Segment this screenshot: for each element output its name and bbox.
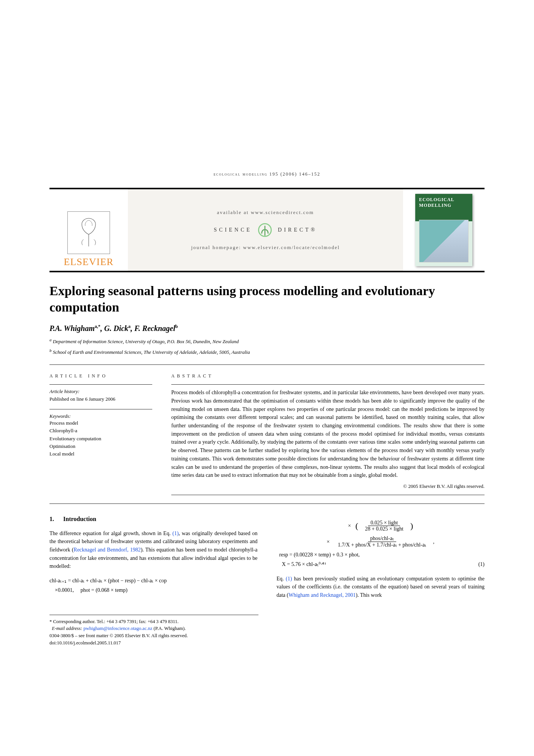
elsevier-tree-logo bbox=[67, 211, 110, 254]
keyword: Optimisation bbox=[49, 443, 152, 450]
sd-word-right: DIRECT® bbox=[278, 227, 317, 233]
keyword: Chlorophyll-a bbox=[49, 427, 152, 435]
eq-line: × ( 0.025 × light 28 + 0.025 × light ) bbox=[277, 518, 485, 534]
section-title: Introduction bbox=[63, 516, 96, 522]
email-label: E-mail address: bbox=[52, 626, 82, 631]
numerator: 0.025 × light bbox=[368, 520, 400, 526]
affiliation-a-text: Department of Information Science, Unive… bbox=[53, 339, 239, 344]
masthead: ELSEVIER available at www.sciencedirect.… bbox=[49, 188, 485, 272]
equation-ref-link[interactable]: (1) bbox=[286, 576, 292, 582]
divider bbox=[49, 364, 485, 365]
author-3-aff: b bbox=[175, 324, 178, 329]
keyword: Process model bbox=[49, 419, 152, 427]
affiliation-a: a Department of Information Science, Uni… bbox=[49, 337, 485, 345]
divider bbox=[49, 409, 152, 409]
author-2[interactable]: G. Dick bbox=[104, 324, 128, 332]
keyword: Local model bbox=[49, 450, 152, 458]
author-1[interactable]: P.A. Whigham bbox=[49, 324, 95, 332]
article-body: 1. Introduction The difference equation … bbox=[49, 515, 485, 605]
numerator: phos/chl-aₜ bbox=[368, 535, 396, 542]
keywords-list: Process model Chlorophyll-a Evolutionary… bbox=[49, 419, 152, 458]
eq-line: chl-aₜ₊₁ = chl-aₜ + chl-aₜ × (phot − res… bbox=[49, 576, 258, 585]
affiliation-b: b School of Earth and Environmental Scie… bbox=[49, 347, 485, 356]
equation-number: (1) bbox=[478, 559, 485, 569]
eq-line: X = 5.76 × chl-aₜ⁰·⁴¹ (1) bbox=[277, 559, 485, 569]
citation-link[interactable]: Whigham and Recknagel, 2001 bbox=[289, 592, 356, 598]
journal-cover-wrap: ECOLOGICAL MODELLING bbox=[403, 189, 485, 271]
text: phot = (0.068 × temp) bbox=[80, 587, 128, 593]
footnotes: * Corresponding author. Tel.: +64 3 479 … bbox=[49, 615, 258, 647]
publisher-block: ELSEVIER bbox=[49, 189, 128, 271]
email-line: E-mail address: pwhigham@infoscience.ota… bbox=[49, 625, 258, 632]
divider bbox=[171, 495, 485, 495]
abstract-block: ABSTRACT Process models of chlorophyll-a… bbox=[171, 373, 485, 495]
text: X = 5.76 × chl-aₜ⁰·⁴¹ bbox=[282, 561, 326, 567]
sciencedirect-logo[interactable]: SCIENCE DIRECT® bbox=[214, 221, 317, 239]
publisher-name: ELSEVIER bbox=[64, 256, 114, 268]
author-3[interactable]: F. Recknagel bbox=[134, 324, 175, 332]
text: resp = (0.00228 × temp) + 0.3 × phot, bbox=[279, 552, 360, 558]
eq-line: resp = (0.00228 × temp) + 0.3 × phot, bbox=[277, 550, 485, 559]
keyword: Evolutionary computation bbox=[49, 435, 152, 443]
eq-line: × phos/chl-aₜ 1.7/X + phos/X + 1.7/chl-a… bbox=[277, 535, 485, 548]
divider bbox=[49, 384, 152, 385]
history-value: Published on line 6 January 2006 bbox=[49, 396, 152, 402]
email-link[interactable]: pwhigham@infoscience.otago.ac.nz bbox=[83, 626, 152, 631]
divider bbox=[171, 384, 485, 385]
denominator: 1.7/X + phos/X + 1.7/chl-aₜ + phos/chl-a… bbox=[336, 542, 429, 548]
doi: doi:10.1016/j.ecolmodel.2005.11.017 bbox=[49, 639, 258, 647]
citation-link[interactable]: Recknagel and Benndorf, 1982 bbox=[73, 547, 140, 553]
masthead-center: available at www.sciencedirect.com SCIEN… bbox=[128, 189, 403, 271]
text: ×0.0001, bbox=[55, 587, 74, 593]
journal-homepage[interactable]: journal homepage: www.elsevier.com/locat… bbox=[191, 245, 340, 251]
section-number: 1. bbox=[49, 516, 54, 522]
journal-cover-art bbox=[419, 220, 469, 262]
journal-cover-title: ECOLOGICAL MODELLING bbox=[419, 197, 472, 208]
equation-1: chl-aₜ₊₁ = chl-aₜ + chl-aₜ × (phot − res… bbox=[49, 576, 258, 595]
denominator: 28 + 0.025 × light bbox=[363, 526, 406, 532]
article-title: Exploring seasonal patterns using proces… bbox=[49, 283, 485, 315]
equation-1-cont: × ( 0.025 × light 28 + 0.025 × light ) ×… bbox=[277, 518, 485, 569]
fraction: phos/chl-aₜ 1.7/X + phos/X + 1.7/chl-aₜ … bbox=[336, 535, 429, 548]
section-heading: 1. Introduction bbox=[49, 515, 258, 524]
available-at: available at www.sciencedirect.com bbox=[217, 209, 314, 216]
author-2-aff: a bbox=[128, 324, 131, 329]
journal-cover: ECOLOGICAL MODELLING bbox=[415, 194, 472, 266]
author-list: P.A. Whighama,*, G. Dicka, F. Recknagelb bbox=[49, 324, 485, 333]
intro-paragraph-2: Eq. (1) has been previously studied usin… bbox=[277, 575, 485, 599]
fraction: 0.025 × light 28 + 0.025 × light bbox=[363, 520, 406, 532]
equation-ref-link[interactable]: (1) bbox=[172, 531, 179, 536]
sd-word-left: SCIENCE bbox=[214, 227, 252, 233]
keywords-label: Keywords: bbox=[49, 413, 152, 419]
corresponding-author: * Corresponding author. Tel.: +64 3 479 … bbox=[49, 618, 258, 625]
article-info-head: ARTICLE INFO bbox=[49, 373, 152, 379]
intro-paragraph-1: The difference equation for algal growth… bbox=[49, 529, 258, 571]
text: Eq. bbox=[277, 576, 286, 582]
abstract-text: Process models of chlorophyll-a concentr… bbox=[171, 388, 485, 479]
sd-swirl-icon bbox=[256, 221, 274, 239]
running-head: ecological modelling 195 (2006) 146–152 bbox=[49, 171, 485, 177]
divider bbox=[49, 503, 485, 504]
abstract-head: ABSTRACT bbox=[171, 373, 485, 379]
front-matter: 0304-3800/$ – see front matter © 2005 El… bbox=[49, 632, 258, 639]
email-who: (P.A. Whigham). bbox=[154, 626, 186, 631]
copyright: © 2005 Elsevier B.V. All rights reserved… bbox=[171, 483, 485, 489]
text: The difference equation for algal growth… bbox=[49, 531, 172, 536]
author-1-aff: a,* bbox=[95, 324, 100, 329]
article-info: ARTICLE INFO Article history: Published … bbox=[49, 373, 152, 495]
affiliation-b-text: School of Earth and Environmental Scienc… bbox=[53, 350, 250, 355]
eq-line: ×0.0001, phot = (0.068 × temp) bbox=[49, 585, 258, 595]
text: ). This work bbox=[356, 592, 382, 598]
history-label: Article history: bbox=[49, 388, 152, 395]
